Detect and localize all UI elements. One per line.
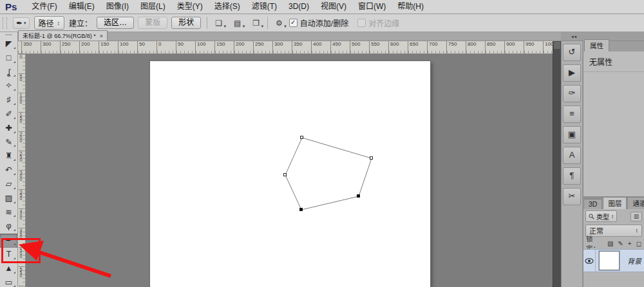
checkbox-label: 自动添加/删除 (300, 17, 348, 28)
ruler-label: 200 (19, 131, 23, 151)
layer-filter-value: 类型 (596, 212, 609, 221)
brush-presets-panel-icon[interactable]: ≡ (563, 106, 581, 123)
path-anchor-solid[interactable] (357, 194, 360, 198)
ruler-label: 250 (19, 151, 23, 170)
brush-panel-icon[interactable]: ✑ (563, 85, 581, 102)
tool-path-selection[interactable]: ▲ (0, 262, 17, 276)
tool-blur[interactable]: ≋ (0, 206, 17, 220)
path-anchor-hollow[interactable] (300, 136, 303, 139)
make-button[interactable]: 形状 (171, 17, 201, 29)
layer-visibility-toggle[interactable] (583, 250, 596, 272)
path-anchor-hollow[interactable] (283, 173, 287, 176)
tab-图层[interactable]: 图层 (603, 197, 627, 209)
ruler-label: 750 (446, 41, 466, 54)
tool-preset-picker[interactable]: ✒ ▾ (13, 17, 30, 29)
tool-clone-stamp[interactable]: ♜ (0, 149, 17, 163)
scrollbar-track[interactable] (553, 41, 561, 287)
search-icon (589, 214, 594, 219)
tool-mode-select[interactable]: 路径 ↕ (34, 16, 65, 30)
clone-source-panel-icon[interactable]: ▣ (563, 126, 581, 144)
photoshop-logo: Ps (5, 1, 17, 12)
ruler-label: 450 (19, 228, 23, 247)
lock-image-pixels-icon[interactable]: ✎ (618, 240, 623, 247)
menu-item[interactable]: 窗口(W) (352, 0, 392, 14)
menu-item[interactable]: 帮助(H) (392, 0, 430, 14)
tool-shape[interactable]: ▭ (0, 276, 17, 287)
layer-filter-select[interactable]: 类型 ↕ (585, 210, 617, 222)
lock-all-icon[interactable]: ◻ (636, 240, 641, 247)
ruler-label: 0 (156, 41, 176, 54)
menu-item[interactable]: 图像(I) (100, 0, 135, 14)
tool-quick-selection[interactable]: ✧ (0, 79, 17, 93)
scrollbar-strip[interactable] (553, 32, 561, 287)
menu-item[interactable]: 文件(F) (26, 0, 62, 14)
tool-move[interactable]: ◤ (0, 37, 17, 51)
tools-grip[interactable] (5, 34, 12, 35)
options-checkbox[interactable]: 自动添加/删除 (289, 17, 348, 28)
tab-3d[interactable]: 3D (583, 199, 602, 209)
menu-item[interactable]: 类型(Y) (171, 0, 209, 14)
tool-spot-healing-brush[interactable]: ✚ (0, 122, 17, 136)
document-tab[interactable]: 未标题-1 @ 66.7%(RGB/8) * × (18, 30, 108, 41)
character-panel-icon[interactable]: A (563, 147, 581, 164)
menu-item[interactable]: 滤镜(T) (246, 0, 283, 14)
checkbox-label: 对齐边缘 (368, 17, 399, 28)
tool-crop[interactable]: ♯ (0, 93, 17, 107)
canvas[interactable] (150, 61, 430, 287)
history-panel-icon[interactable]: ↺ (563, 44, 581, 61)
options-checkbox[interactable]: 对齐边缘 (357, 17, 399, 28)
tool-history-brush[interactable]: ↶ (0, 163, 17, 178)
path-alignment-icon[interactable]: ▤▾ (232, 18, 243, 28)
tool-brush[interactable]: ✎ (0, 136, 17, 150)
menu-item[interactable]: 视图(V) (315, 0, 352, 14)
path-anchor-solid[interactable] (299, 208, 303, 211)
properties-tab-strip: 属性 (583, 41, 644, 51)
filter-thumbnail-icon[interactable]: ▥ (630, 212, 642, 221)
horizontal-ruler: 3503002502001501005005010015020025030035… (18, 41, 553, 54)
tool-dodge[interactable]: φ (0, 219, 17, 234)
ruler-label: 650 (408, 41, 427, 54)
tab-properties[interactable]: 属性 (584, 39, 609, 51)
paragraph-panel-icon[interactable]: ¶ (563, 167, 581, 185)
tool-lasso[interactable]: ʆ (0, 66, 17, 80)
tool-gradient[interactable]: ▨ (0, 192, 17, 206)
make-button[interactable]: 蒙版 (138, 17, 167, 29)
tool-type[interactable]: T (0, 248, 17, 262)
close-icon[interactable]: × (100, 33, 103, 39)
ruler-label: 200 (79, 41, 99, 54)
make-button[interactable]: 选区… (97, 17, 134, 29)
tool-rectangular-marquee[interactable]: □ (0, 51, 17, 66)
actions-panel-icon[interactable]: ▶ (563, 64, 581, 82)
ruler-label: 500 (350, 41, 369, 54)
path-arrangement-icon[interactable]: ❐▾ (251, 18, 261, 28)
canvas-viewport[interactable]: 050100150200250300350400450500550600 (18, 54, 553, 287)
gear-icon[interactable]: ⚙▾ (274, 18, 285, 28)
path-operations-icon[interactable]: ❏▾ (213, 18, 224, 28)
checkbox-box[interactable] (357, 19, 366, 27)
tool-eraser[interactable]: ▱ (0, 178, 17, 192)
ruler-label: 200 (234, 41, 253, 54)
tab-通道[interactable]: 通道 (627, 197, 644, 209)
layer-thumbnail[interactable] (599, 251, 620, 270)
tool-pen[interactable]: ✒ (0, 234, 17, 248)
right-dock: ◂◂ ↺▶✑≡▣A¶✂ 属性 无属性 (561, 32, 644, 287)
collapse-panels-icon[interactable]: ◂◂ (571, 34, 577, 39)
menu-item[interactable]: 3D(D) (283, 0, 315, 14)
ruler-label: 550 (19, 266, 23, 286)
lock-transparent-pixels-icon[interactable]: ▨ (607, 240, 613, 247)
lock-position-icon[interactable]: + (628, 240, 632, 247)
ruler-label: 100 (19, 93, 23, 112)
checkbox-box[interactable] (289, 19, 298, 27)
layer-row-background[interactable]: 背景 (583, 249, 644, 272)
path-anchor-hollow[interactable] (370, 156, 373, 160)
ruler-label: 250 (253, 41, 272, 54)
tool-presets-panel-icon[interactable]: ✂ (563, 188, 581, 205)
menu-item[interactable]: 选择(S) (209, 0, 246, 14)
lock-row: 锁定： ▨✎+◻ (583, 237, 644, 249)
ruler-label: 350 (19, 189, 23, 208)
menu-item[interactable]: 图层(L) (135, 0, 171, 14)
tool-eyedropper[interactable]: ✐ (0, 107, 17, 122)
menu-item[interactable]: 编辑(E) (63, 0, 100, 14)
scrollbar-thumb[interactable] (554, 42, 560, 49)
make-buttons: 选区…蒙版形状 (97, 17, 201, 29)
